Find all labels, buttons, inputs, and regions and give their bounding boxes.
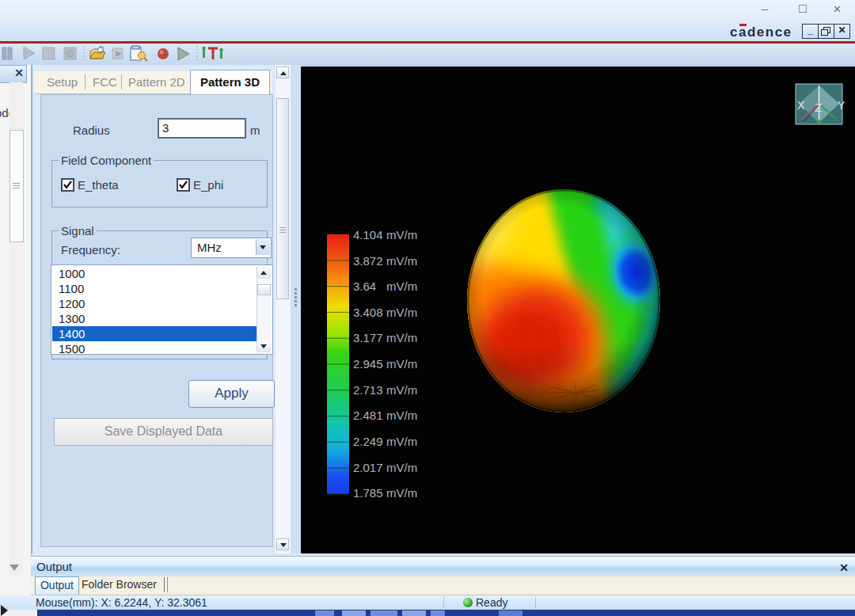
- svg-text:Z: Z: [815, 101, 822, 114]
- svg-text:3.64mV/m: 3.64mV/m: [353, 279, 417, 293]
- svg-text:1.785mV/m: 1.785mV/m: [353, 486, 417, 500]
- svg-text:2.713mV/m: 2.713mV/m: [353, 383, 417, 397]
- svg-text:4.104mV/m: 4.104mV/m: [353, 228, 417, 241]
- svg-text:2.017mV/m: 2.017mV/m: [353, 461, 417, 474]
- svg-text:Y: Y: [838, 99, 846, 112]
- svg-text:3.872mV/m: 3.872mV/m: [353, 254, 417, 268]
- svg-text:2.945mV/m: 2.945mV/m: [353, 357, 417, 371]
- svg-text:3.177mV/m: 3.177mV/m: [353, 331, 417, 344]
- svg-text:3.408mV/m: 3.408mV/m: [353, 306, 417, 319]
- svg-text:2.481mV/m: 2.481mV/m: [353, 409, 417, 422]
- svg-text:2.249mV/m: 2.249mV/m: [353, 435, 417, 448]
- svg-text:X: X: [797, 99, 805, 112]
